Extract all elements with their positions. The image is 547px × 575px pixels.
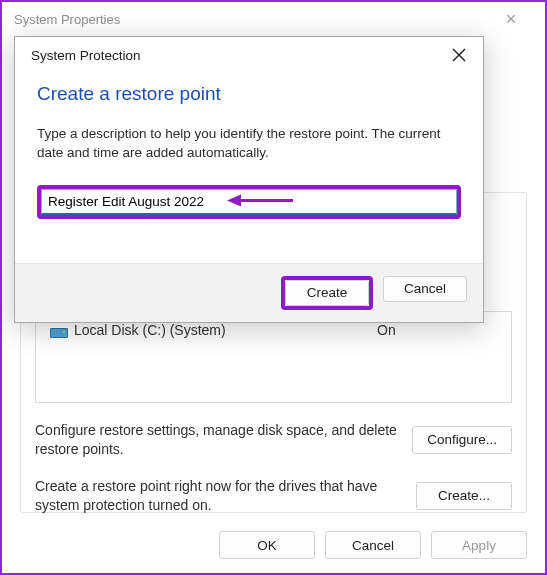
- dialog-bottom-buttons: OK Cancel Apply: [219, 531, 527, 559]
- dlg-footer: Create Cancel: [15, 263, 483, 322]
- create-description: Create a restore point right now for the…: [35, 477, 402, 515]
- bg-titlebar: System Properties ×: [2, 2, 545, 36]
- restore-description-input[interactable]: [41, 189, 457, 215]
- cancel-button[interactable]: Cancel: [383, 276, 467, 302]
- configure-description: Configure restore settings, manage disk …: [35, 421, 398, 459]
- disk-icon: [50, 323, 68, 337]
- dlg-description: Type a description to help you identify …: [37, 125, 461, 163]
- dlg-title: System Protection: [31, 48, 447, 63]
- create-restore-point-button[interactable]: Create...: [416, 482, 512, 510]
- bg-window-title: System Properties: [14, 12, 489, 27]
- create-button-highlight: Create: [281, 276, 373, 310]
- ok-button[interactable]: OK: [219, 531, 315, 559]
- drive-name: Local Disk (C:) (System): [74, 322, 377, 338]
- close-icon[interactable]: [447, 43, 471, 67]
- configure-button[interactable]: Configure...: [412, 426, 512, 454]
- drive-protection-status: On: [377, 322, 497, 338]
- apply-button[interactable]: Apply: [431, 531, 527, 559]
- system-protection-dialog: System Protection Create a restore point…: [14, 36, 484, 323]
- drive-row[interactable]: Local Disk (C:) (System) On: [50, 322, 497, 338]
- close-icon[interactable]: ×: [489, 2, 533, 36]
- cancel-button[interactable]: Cancel: [325, 531, 421, 559]
- dlg-titlebar: System Protection: [15, 37, 483, 73]
- dlg-heading: Create a restore point: [37, 83, 461, 105]
- drive-list: Local Disk (C:) (System) On: [35, 311, 512, 403]
- restore-description-highlight: [37, 185, 461, 219]
- create-button[interactable]: Create: [285, 280, 369, 306]
